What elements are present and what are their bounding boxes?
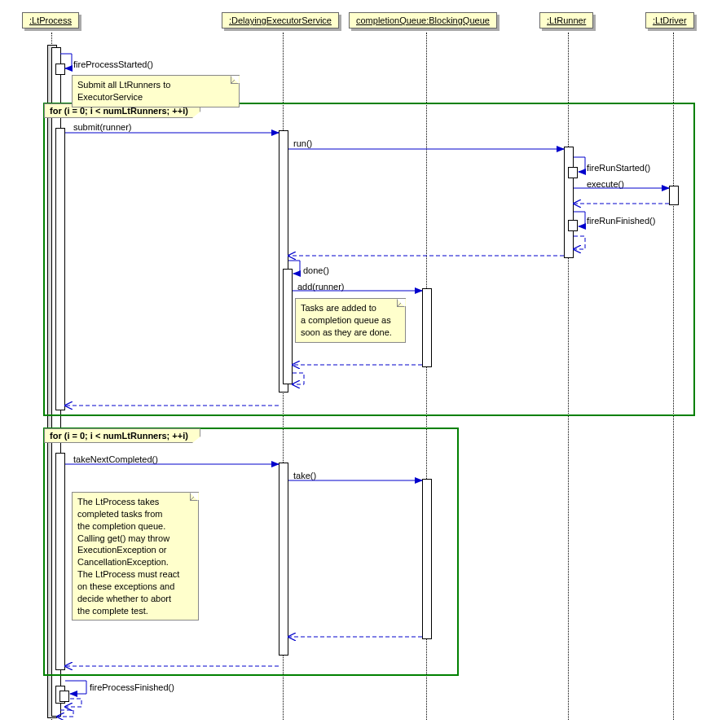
msg-takeNextCompleted: takeNextCompleted() [73, 454, 158, 464]
note-text: ExecutionException or [77, 545, 166, 555]
activation-bar [55, 128, 65, 410]
activation-bar [568, 220, 578, 231]
note-text: the completion queue. [77, 521, 165, 531]
frame-label: for (i = 0; i < numLtRunners; ++i) [44, 428, 200, 443]
participant-label: :LtDriver [653, 15, 687, 25]
note-text: completed tasks from [77, 509, 163, 519]
note-text: soon as they are done. [301, 327, 392, 337]
note-text: CancellationException. [77, 557, 169, 567]
msg-fireRunStarted: fireRunStarted() [587, 163, 650, 173]
activation-bar [422, 479, 432, 639]
note-submit: Submit all LtRunners to ExecutorService [72, 75, 240, 107]
activation-bar [283, 269, 293, 384]
note-text: Tasks are added to [301, 303, 376, 313]
participant-executor: :DelayingExecutorService [222, 12, 339, 29]
note-text: on these exceptions and [77, 581, 174, 591]
msg-done: done() [303, 265, 329, 275]
msg-take: take() [293, 471, 316, 480]
note-text: Calling get() may throw [77, 533, 169, 543]
note-text: The LtProcess takes [77, 497, 159, 507]
participant-label: :LtProcess [29, 15, 72, 25]
sequence-diagram: :LtProcess :DelayingExecutorService comp… [8, 8, 705, 720]
activation-bar [55, 453, 65, 670]
activation-bar [669, 186, 679, 205]
activation-bar [59, 691, 69, 702]
participant-queue: completionQueue:BlockingQueue [349, 12, 497, 29]
msg-fireRunFinished: fireRunFinished() [587, 216, 655, 226]
activation-bar [568, 167, 578, 178]
msg-run: run() [293, 138, 312, 148]
note-text: a completion queue as [301, 315, 391, 325]
activation-bar [55, 64, 65, 75]
participant-ltprocess: :LtProcess [22, 12, 79, 29]
activation-bar [564, 147, 574, 258]
activation-bar [422, 288, 432, 367]
note-text: The LtProcess must react [77, 569, 179, 579]
participant-ltdriver: :LtDriver [645, 12, 694, 29]
participant-label: :LtRunner [547, 15, 586, 25]
activation-bar [279, 463, 288, 656]
msg-fireProcessStarted: fireProcessStarted() [73, 59, 153, 69]
note-take: The LtProcess takes completed tasks from… [72, 492, 199, 621]
msg-fireProcessFinished: fireProcessFinished() [90, 682, 174, 692]
participant-label: :DelayingExecutorService [229, 15, 332, 25]
participant-label: completionQueue:BlockingQueue [356, 15, 490, 25]
note-text: the complete test. [77, 606, 148, 616]
note-text: decide whether to abort [77, 594, 171, 603]
msg-execute: execute() [587, 179, 624, 189]
participant-ltrunner: :LtRunner [539, 12, 593, 29]
loop-frame-1: for (i = 0; i < numLtRunners; ++i) [43, 103, 695, 416]
note-tasks: Tasks are added to a completion queue as… [295, 298, 406, 343]
msg-submit: submit(runner) [73, 122, 132, 132]
msg-add: add(runner) [297, 282, 344, 292]
note-text: Submit all LtRunners to ExecutorService [77, 80, 170, 102]
